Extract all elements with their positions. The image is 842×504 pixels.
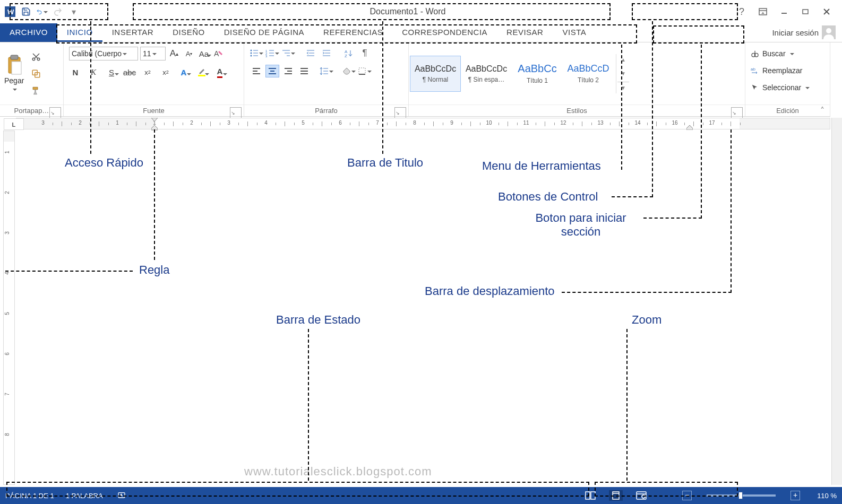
decrease-font-button[interactable]: A▾ [183,47,195,60]
avatar-icon [822,25,836,39]
page-indicator[interactable]: PÁGINA 1 DE 1 [5,492,54,500]
numbering-button[interactable]: 123 [265,47,279,59]
strikethrough-button[interactable]: abc [123,66,136,79]
svg-text:3: 3 [265,55,268,57]
svg-rect-72 [613,492,619,499]
undo-button[interactable] [36,6,48,18]
paste-button[interactable]: Pegar [4,54,24,93]
help-icon[interactable]: ? [736,6,748,18]
document-area[interactable] [16,131,830,485]
styles-scroll-up[interactable]: ▲ [617,54,629,66]
borders-button[interactable] [358,65,372,77]
sort-button[interactable]: AZ [342,47,356,59]
font-dialog-launcher[interactable] [230,107,242,119]
style-0[interactable]: AaBbCcDc¶ Normal [410,56,461,92]
shading-button[interactable] [342,65,356,77]
styles-expand[interactable]: ▼ [617,82,629,93]
tab-insertar[interactable]: INSERTAR [102,23,163,42]
bold-button[interactable]: N [69,66,82,79]
change-case-button[interactable]: Aa [197,47,210,60]
align-center-button[interactable] [265,65,279,77]
print-layout-button[interactable] [609,490,623,501]
font-color-button[interactable]: A [213,66,226,79]
svg-point-22 [251,55,252,57]
svg-text:ab: ab [751,67,755,72]
subscript-button[interactable]: x2 [141,66,154,79]
show-marks-button[interactable]: ¶ [358,47,372,59]
line-spacing-button[interactable] [320,65,333,77]
increase-indent-button[interactable] [320,47,333,59]
cut-button[interactable] [30,51,42,63]
tab-archivo[interactable]: ARCHIVO [0,23,57,42]
text-effects-button[interactable]: A [177,66,190,79]
style-2[interactable]: AaBbCcTítulo 1 [512,56,563,92]
align-right-button[interactable] [281,65,295,77]
word-count[interactable]: 1 PALABRA [66,492,103,500]
font-family-combo[interactable]: Calibri (Cuerpo [69,47,138,60]
sign-in-button[interactable]: Iniciar sesión [772,25,836,39]
redo-button[interactable] [52,6,64,18]
tab-diseno-pagina[interactable]: DISEÑO DE PÁGINA [214,23,314,42]
style-3[interactable]: AaBbCcDTítulo 2 [563,56,614,92]
tab-correspondencia[interactable]: CORRESPONDENCIA [392,23,497,42]
svg-text:W: W [7,8,14,16]
group-label-font: Fuente [64,105,244,116]
svg-rect-11 [11,55,18,59]
increase-font-button[interactable]: A▴ [168,47,181,60]
paste-label: Pegar [4,76,24,85]
svg-point-76 [642,495,645,498]
paragraph-dialog-launcher[interactable] [394,107,406,119]
decrease-indent-button[interactable] [304,47,317,59]
styles-scroll-down[interactable]: ▼ [617,68,629,80]
window-controls: ? [736,6,837,18]
collapse-ribbon-button[interactable]: ˄ [817,105,828,116]
superscript-button[interactable]: x2 [159,66,172,79]
close-button[interactable] [821,6,832,18]
svg-rect-60 [359,68,365,74]
highlight-color-button[interactable] [195,66,208,79]
zoom-slider[interactable] [707,494,776,497]
status-bar: PÁGINA 1 DE 1 1 PALABRA − + 110 % [0,487,842,504]
zoom-level[interactable]: 110 % [817,492,837,500]
proofing-icon[interactable] [115,490,128,501]
save-icon[interactable] [20,6,32,18]
copy-button[interactable] [30,68,42,80]
tab-referencias[interactable]: REFERENCIAS [314,23,392,42]
clear-formatting-button[interactable]: A [212,47,225,60]
bullets-button[interactable] [250,47,263,59]
format-painter-button[interactable] [30,85,42,97]
styles-dialog-launcher[interactable] [731,107,743,119]
ribbon-display-options-icon[interactable] [757,6,769,18]
minimize-button[interactable] [778,6,790,18]
maximize-button[interactable] [800,6,811,18]
vertical-ruler[interactable]: 12345678 [3,131,15,485]
justify-button[interactable] [297,65,311,77]
clipboard-dialog-launcher[interactable] [49,107,61,119]
horizontal-ruler[interactable]: L 32112345678910111213141617 [16,118,830,129]
group-font: Calibri (Cuerpo 11 A▴ A▾ Aa A N K S abc … [64,42,244,116]
find-button[interactable]: Buscar [751,47,794,60]
replace-button[interactable]: ab Reemplazar [751,64,802,77]
tab-revisar[interactable]: REVISAR [497,23,553,42]
underline-button[interactable]: S [105,66,118,79]
svg-marker-68 [686,125,693,130]
zoom-out-button[interactable]: − [682,491,692,500]
svg-marker-67 [151,125,158,130]
align-left-button[interactable] [250,65,263,77]
read-mode-button[interactable] [583,490,597,501]
select-button[interactable]: Seleccionar [751,81,810,94]
quick-access-toolbar: W ▾ [0,6,80,18]
italic-button[interactable]: K [87,66,100,79]
multilevel-list-button[interactable] [281,47,295,59]
font-size-combo[interactable]: 11 [140,47,166,60]
svg-text:Z: Z [345,54,347,57]
qat-customize-button[interactable]: ▾ [68,6,80,18]
tab-diseno[interactable]: DISEÑO [163,23,214,42]
style-1[interactable]: AaBbCcDc¶ Sin espa… [461,56,512,92]
zoom-in-button[interactable]: + [791,491,800,500]
vertical-scrollbar[interactable] [831,118,842,485]
web-layout-button[interactable] [634,490,648,501]
svg-point-9 [826,28,831,33]
tab-vista[interactable]: VISTA [553,23,596,42]
tab-inicio[interactable]: INICIO [57,23,102,42]
